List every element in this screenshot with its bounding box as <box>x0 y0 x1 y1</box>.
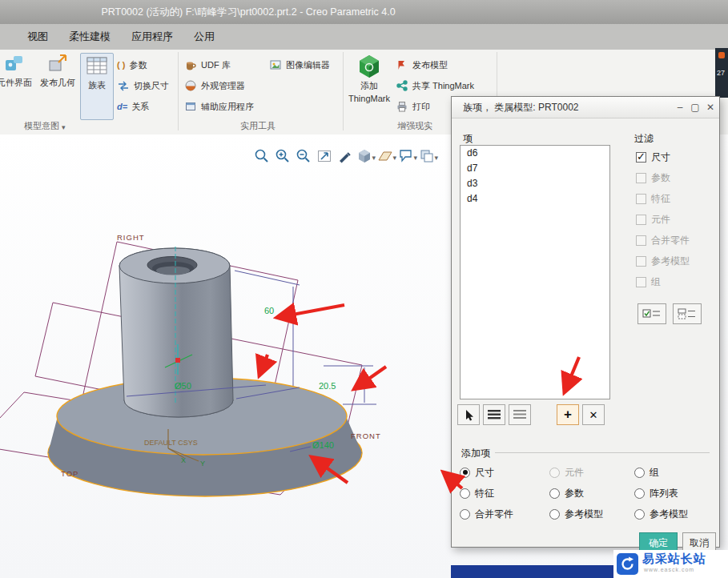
add-section-label: 添加项 <box>461 447 490 460</box>
tab-view[interactable]: 视图 <box>27 30 48 44</box>
switch-dimensions-button[interactable]: 切换尺寸 <box>117 77 169 94</box>
add-option-label: 尺寸 <box>475 466 494 480</box>
add-thingmark-button[interactable]: 添加 ThingMark <box>346 53 392 118</box>
add-option-feature[interactable]: 特征 <box>460 486 494 500</box>
add-option-reference-model[interactable]: 参考模型 <box>549 507 603 521</box>
add-option-group[interactable]: 组 <box>634 465 659 480</box>
add-thingmark-icon <box>356 53 382 78</box>
share-thingmark-button[interactable]: 共享 ThingMark <box>396 77 474 94</box>
side-panel-value: 27 <box>717 69 725 77</box>
add-option-label: 合并零件 <box>475 508 513 521</box>
add-item-button[interactable]: + <box>557 404 579 425</box>
verify-items-button[interactable] <box>638 303 666 324</box>
family-items-list[interactable]: d6 d7 d3 d4 <box>460 145 610 399</box>
top-plane-label: TOP <box>61 469 78 478</box>
add-option-merge-part[interactable]: 合并零件 <box>460 507 513 521</box>
minimize-button[interactable]: – <box>673 97 687 118</box>
checkbox-icon <box>636 256 646 267</box>
tab-applications[interactable]: 应用程序 <box>131 30 173 44</box>
radio-icon <box>549 468 560 478</box>
dimension-thickness[interactable]: 20.5 <box>319 381 336 391</box>
rows-alt-icon <box>513 409 527 420</box>
family-table-icon <box>85 54 109 78</box>
column-display-button[interactable] <box>673 303 702 324</box>
front-plane-label: FRONT <box>351 431 381 440</box>
print-button[interactable]: 打印 <box>396 98 430 115</box>
parameters-icon: ( ) <box>117 60 125 70</box>
delete-item-button[interactable]: ✕ <box>582 404 605 425</box>
image-editor-button[interactable]: 图像编辑器 <box>269 56 330 74</box>
dialog-titlebar[interactable]: 族项， 类属模型: PRT0002 – ▢ ✕ <box>452 97 719 118</box>
add-option-pattern-table[interactable]: 阵列表 <box>634 486 678 500</box>
model-3d-view: 60 20.5 Ø50 Ø140 DEFAULT CSYS X Y RIGHT … <box>0 134 448 578</box>
tab-common[interactable]: 公用 <box>194 30 215 44</box>
family-table-button[interactable]: 族表 <box>80 53 114 120</box>
table-rows-alt-button[interactable] <box>509 404 531 425</box>
dimension-base-diameter[interactable]: Ø140 <box>312 440 334 450</box>
switch-dimensions-label: 切换尺寸 <box>134 80 169 92</box>
csys-label: DEFAULT CSYS <box>144 439 198 447</box>
filter-option-label: 特征 <box>651 192 670 206</box>
hole-bottom <box>156 267 190 275</box>
dimension-boss-diameter[interactable]: Ø50 <box>175 381 191 391</box>
filter-option-component[interactable]: 元件 <box>636 212 670 227</box>
select-items-button[interactable] <box>457 404 480 425</box>
column-display-icon <box>677 307 698 320</box>
udf-library-button[interactable]: UDF 库 <box>184 56 231 74</box>
radio-icon <box>549 509 560 520</box>
filter-option-feature[interactable]: 特征 <box>636 191 670 206</box>
add-option-label: 阵列表 <box>650 487 678 500</box>
checkbox-icon <box>636 235 646 246</box>
close-button[interactable]: ✕ <box>703 97 718 118</box>
radio-icon <box>634 488 645 499</box>
right-plane-label: RIGHT <box>117 233 145 242</box>
family-item-row[interactable]: d7 <box>461 161 609 176</box>
family-item-row[interactable]: d3 <box>461 176 609 191</box>
add-option-component[interactable]: 元件 <box>549 465 584 480</box>
filter-option-parameter[interactable]: 参数 <box>636 171 670 185</box>
creo-parametric-window: PRT0002 (活动的) F:\晴峰学习\prt0002.prt.2 - Cr… <box>0 0 728 578</box>
image-editor-icon <box>269 58 282 71</box>
watermark-title: 易采站长站 <box>642 552 706 567</box>
dimension-height[interactable]: 60 <box>264 306 274 315</box>
appearance-manager-button[interactable]: 外观管理器 <box>184 77 245 94</box>
radio-icon <box>460 509 470 520</box>
component-interface-icon <box>3 53 26 75</box>
table-rows-button[interactable] <box>483 404 505 425</box>
maximize-button[interactable]: ▢ <box>688 97 702 118</box>
parameters-button[interactable]: ( ) 参数 <box>117 56 147 74</box>
auxiliary-applications-button[interactable]: 辅助应用程序 <box>184 98 254 115</box>
add-option-dimension[interactable]: 尺寸 <box>460 465 494 480</box>
add-option-reference-model-2[interactable]: 参考模型 <box>634 507 688 521</box>
watermark: 易采站长站 www.easck.com <box>613 550 728 578</box>
filter-option-group[interactable]: 组 <box>636 275 661 289</box>
filter-option-merge-part[interactable]: 合并零件 <box>636 233 690 247</box>
side-panel[interactable]: 27 <box>715 48 728 98</box>
axis-x-label: X <box>181 456 186 464</box>
udf-library-icon <box>184 58 197 71</box>
component-interface-button[interactable]: 元件界面 <box>0 53 35 118</box>
dropdown-caret-icon <box>62 122 66 131</box>
group-label-augmented-reality: 增强现实 <box>397 120 432 132</box>
window-titlebar: PRT0002 (活动的) F:\晴峰学习\prt0002.prt.2 - Cr… <box>0 0 728 24</box>
family-item-row[interactable]: d6 <box>461 146 609 161</box>
relations-button[interactable]: d= 关系 <box>117 98 149 115</box>
add-option-parameter[interactable]: 参数 <box>549 486 584 500</box>
filter-option-reference-model[interactable]: 参考模型 <box>636 254 690 268</box>
publish-model-button[interactable]: 发布模型 <box>396 56 448 74</box>
group-label-utilities: 实用工具 <box>240 120 276 132</box>
filter-section-label: 过滤 <box>634 132 654 146</box>
family-items-dialog: 族项， 类属模型: PRT0002 – ▢ ✕ 项 d6 d7 d3 d4 <box>451 96 720 548</box>
publish-geometry-button[interactable]: 发布几何 <box>38 53 78 118</box>
tab-flexible-modeling[interactable]: 柔性建模 <box>69 30 111 44</box>
axis-y-label: Y <box>200 460 205 468</box>
image-editor-label: 图像编辑器 <box>286 59 330 71</box>
filter-option-dimension[interactable]: 尺寸 <box>636 150 670 164</box>
group-label-model-intent[interactable]: 模型意图 <box>24 120 66 132</box>
publish-geometry-icon <box>46 53 69 75</box>
checkbox-icon <box>636 215 646 225</box>
filter-option-label: 参考模型 <box>651 255 690 268</box>
checkbox-icon <box>636 152 646 163</box>
family-table-label: 族表 <box>88 80 106 90</box>
family-item-row[interactable]: d4 <box>461 191 609 207</box>
